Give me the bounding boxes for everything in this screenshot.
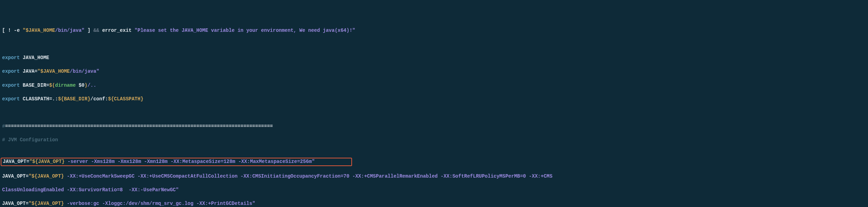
- comment-line: # JVM Configuration: [0, 137, 868, 144]
- code-line: JAVA_OPT="${JAVA_OPT} -verbose:gc -Xlogg…: [0, 200, 868, 207]
- code-line: [ ! -e "$JAVA_HOME/bin/java" ] && error_…: [0, 27, 868, 34]
- code-line: export BASE_DIR=$(dirname $0)/..: [0, 82, 868, 89]
- code-line-blank: [0, 109, 868, 116]
- code-line-blank: [0, 41, 868, 48]
- highlighted-code-line: JAVA_OPT="${JAVA_OPT} -server -Xms128m -…: [0, 158, 868, 166]
- code-line: export JAVA_HOME: [0, 55, 868, 62]
- code-line: export JAVA="$JAVA_HOME/bin/java": [0, 68, 868, 75]
- code-line: JAVA_OPT="${JAVA_OPT} -XX:+UseConcMarkSw…: [0, 173, 868, 180]
- highlight-box: JAVA_OPT="${JAVA_OPT} -server -Xms128m -…: [1, 158, 352, 166]
- code-line: ClassUnloadingEnabled -XX:SurvivorRatio=…: [0, 187, 868, 194]
- code-line: export CLASSPATH=.:${BASE_DIR}/conf:${CL…: [0, 96, 868, 103]
- separator-line: #=======================================…: [0, 123, 868, 130]
